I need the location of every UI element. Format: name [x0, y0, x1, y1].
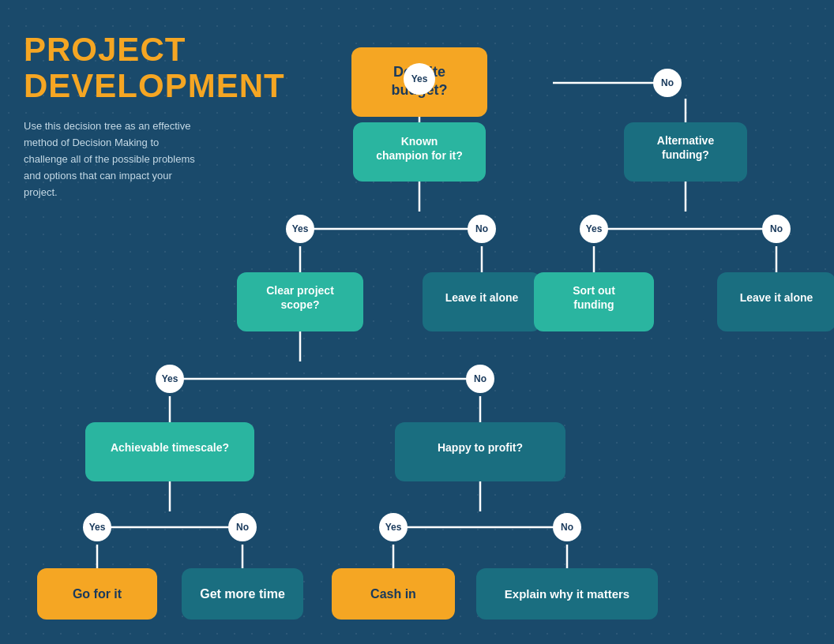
node-leave-alone-1-text: Leave it alone — [445, 291, 519, 304]
label-yes-champion-left: Yes — [292, 223, 309, 234]
label-no-alt-funding: No — [770, 223, 783, 234]
node-achievable-text: Achievable timescale? — [111, 441, 229, 454]
node-clear-scope-text1: Clear project — [266, 284, 334, 297]
page: PROJECT DEVELOPMENT Use this decision tr… — [0, 0, 834, 644]
node-clear-scope-text2: scope? — [280, 298, 319, 311]
label-no-timescale: No — [236, 522, 249, 533]
node-cash-in-text: Cash in — [370, 587, 416, 601]
flowchart: Definite budget? Yes Known champion for … — [0, 0, 834, 644]
label-no-budget: No — [661, 77, 674, 88]
node-go-for-it-text: Go for it — [73, 587, 122, 601]
node-sort-funding-text2: funding — [573, 298, 614, 311]
label-yes-clear-scope: Yes — [162, 373, 178, 384]
node-known-champion-text1: Known — [401, 135, 438, 148]
node-leave-alone-2-text: Leave it alone — [740, 291, 813, 304]
node-explain-why-text: Explain why it matters — [505, 587, 629, 601]
node-sort-funding-text1: Sort out — [573, 284, 615, 297]
node-alt-funding-text2: funding? — [662, 148, 709, 161]
node-happy-profit-text: Happy to profit? — [438, 441, 523, 454]
label-yes-top: Yes — [411, 73, 428, 84]
node-known-champion-text2: champion for it? — [376, 149, 463, 162]
label-yes-alt-funding: Yes — [586, 223, 603, 234]
label-yes-timescale: Yes — [89, 522, 106, 533]
label-yes-profit: Yes — [385, 522, 402, 533]
label-no-profit: No — [561, 522, 573, 533]
node-alt-funding-text1: Alternative — [657, 134, 715, 147]
label-no-clear-scope: No — [474, 373, 486, 384]
label-no-champion: No — [475, 223, 488, 234]
node-get-more-time-text: Get more time — [200, 587, 285, 601]
